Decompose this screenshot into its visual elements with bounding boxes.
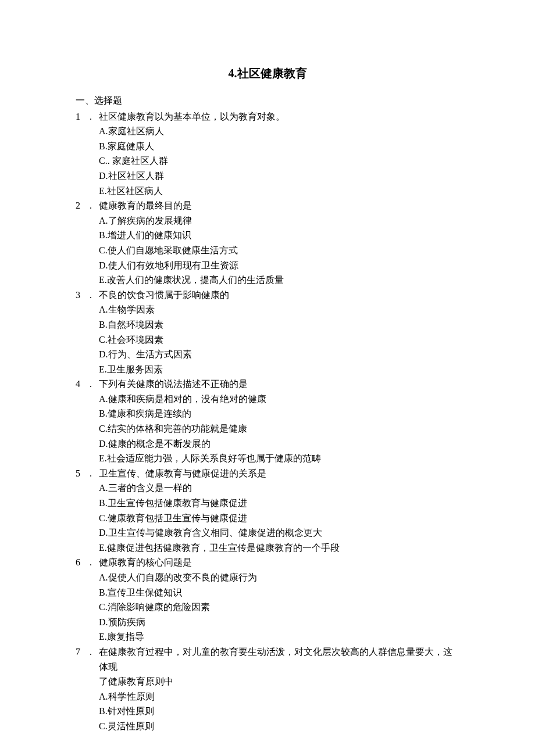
- option: A.促使人们自愿的改变不良的健康行为: [99, 570, 459, 585]
- options-list: A.科学性原则B.针对性原则C.灵活性原则: [76, 689, 459, 734]
- question-dot: .: [90, 555, 99, 570]
- question-stem: 5.卫生宣传、健康教育与健康促进的关系是: [76, 466, 459, 481]
- question: 6. 健康教育的核心问题是A.促使人们自愿的改变不良的健康行为B.宣传卫生保健知…: [76, 555, 459, 644]
- option: D.预防疾病: [99, 615, 459, 630]
- question-dot: .: [90, 109, 99, 124]
- question-stem: 1.社区健康教育以为基本单位，以为教育对象。: [76, 109, 459, 124]
- question: 7.在健康教育过程中，对儿童的教育要生动活泼，对文化层次较高的人群信息量要大，这…: [76, 644, 459, 734]
- option: C.结实的体格和完善的功能就是健康: [99, 421, 459, 436]
- option: E.卫生服务因素: [99, 362, 459, 377]
- question: 3.不良的饮食习惯属于影响健康的A.生物学因素B.自然环境因素C.社会环境因素D…: [76, 288, 459, 377]
- question-number: 2: [76, 198, 90, 213]
- question-number: 5: [76, 466, 90, 481]
- option: B.健康和疾病是连续的: [99, 406, 459, 421]
- option: C.消除影响健康的危险因素: [99, 600, 459, 615]
- option: A.科学性原则: [99, 689, 459, 704]
- option: D.健康的概念是不断发展的: [99, 436, 459, 452]
- option: E.社区社区病人: [99, 184, 459, 199]
- question-number: 6: [76, 555, 90, 570]
- document-page: 4.社区健康教育 一、选择题 1.社区健康教育以为基本单位，以为教育对象。A.家…: [0, 0, 535, 756]
- question-dot: .: [90, 288, 99, 303]
- question-stem: 6. 健康教育的核心问题是: [76, 555, 459, 570]
- question-text: 健康教育的最终目的是: [99, 198, 459, 213]
- options-list: A.了解疾病的发展规律B.增进人们的健康知识C.使人们自愿地采取健康生活方式D.…: [76, 213, 459, 288]
- question-dot: .: [90, 644, 99, 660]
- option: B.针对性原则: [99, 704, 459, 719]
- question-text: 卫生宣传、健康教育与健康促进的关系是: [99, 466, 459, 481]
- question-continuation: 了健康教育原则中: [76, 674, 459, 689]
- question-stem: 3.不良的饮食习惯属于影响健康的: [76, 288, 459, 303]
- option: A.三者的含义是一样的: [99, 481, 459, 496]
- option: B.自然环境因素: [99, 317, 459, 332]
- question-stem: 7.在健康教育过程中，对儿童的教育要生动活泼，对文化层次较高的人群信息量要大，这…: [76, 644, 459, 674]
- question-text: 在健康教育过程中，对儿童的教育要生动活泼，对文化层次较高的人群信息量要大，这体现: [99, 644, 459, 674]
- question: 2. 健康教育的最终目的是A.了解疾病的发展规律B.增进人们的健康知识C.使人们…: [76, 198, 459, 288]
- question-text: 下列有关健康的说法描述不正确的是: [99, 377, 459, 392]
- question-dot: .: [90, 466, 99, 481]
- question: 1.社区健康教育以为基本单位，以为教育对象。A.家庭社区病人B.家庭健康人C..…: [76, 109, 459, 199]
- question-number: 7: [76, 644, 90, 660]
- section-header: 一、选择题: [76, 93, 459, 108]
- option: D.社区社区人群: [99, 169, 459, 184]
- option: D.使人们有效地利用现有卫生资源: [99, 258, 459, 273]
- question-text: 不良的饮食习惯属于影响健康的: [99, 288, 459, 303]
- option: E.社会适应能力强，人际关系良好等也属于健康的范畴: [99, 451, 459, 466]
- option: E.改善人们的健康状况，提高人们的生活质量: [99, 273, 459, 288]
- option: A.家庭社区病人: [99, 124, 459, 139]
- question: 4.下列有关健康的说法描述不正确的是A.健康和疾病是相对的，没有绝对的健康B.健…: [76, 377, 459, 466]
- option: D.卫生宣传与健康教育含义相同、健康促进的概念更大: [99, 525, 459, 540]
- options-list: A.生物学因素B.自然环境因素C.社会环境因素D.行为、生活方式因素E.卫生服务…: [76, 302, 459, 377]
- document-title: 4.社区健康教育: [76, 64, 459, 83]
- question-stem: 4.下列有关健康的说法描述不正确的是: [76, 377, 459, 392]
- option: B.家庭健康人: [99, 139, 459, 154]
- option: E.健康促进包括健康教育，卫生宣传是健康教育的一个手段: [99, 540, 459, 556]
- options-list: A.三者的含义是一样的B.卫生宣传包括健康教育与健康促进C.健康教育包括卫生宣传…: [76, 481, 459, 555]
- question-dot: .: [90, 198, 99, 213]
- option: A.了解疾病的发展规律: [99, 213, 459, 228]
- question-dot: .: [90, 377, 99, 392]
- option: D.行为、生活方式因素: [99, 347, 459, 362]
- option: B.宣传卫生保健知识: [99, 585, 459, 600]
- option: C.灵活性原则: [99, 719, 459, 734]
- option: A.健康和疾病是相对的，没有绝对的健康: [99, 392, 459, 407]
- question-number: 3: [76, 288, 90, 303]
- option: B.卫生宣传包括健康教育与健康促进: [99, 496, 459, 511]
- question-text: 社区健康教育以为基本单位，以为教育对象。: [99, 109, 459, 124]
- option: C.. 家庭社区人群: [99, 153, 459, 169]
- option: B.增进人们的健康知识: [99, 228, 459, 243]
- question-number: 4: [76, 377, 90, 392]
- question: 5.卫生宣传、健康教育与健康促进的关系是A.三者的含义是一样的B.卫生宣传包括健…: [76, 466, 459, 556]
- question-number: 1: [76, 109, 90, 124]
- options-list: A.健康和疾病是相对的，没有绝对的健康B.健康和疾病是连续的C.结实的体格和完善…: [76, 392, 459, 466]
- option: A.生物学因素: [99, 302, 459, 317]
- option: C.健康教育包括卫生宣传与健康促进: [99, 511, 459, 526]
- options-list: A.促使人们自愿的改变不良的健康行为B.宣传卫生保健知识C.消除影响健康的危险因…: [76, 570, 459, 644]
- questions-container: 1.社区健康教育以为基本单位，以为教育对象。A.家庭社区病人B.家庭健康人C..…: [76, 109, 459, 734]
- option: C.使人们自愿地采取健康生活方式: [99, 243, 459, 258]
- option: C.社会环境因素: [99, 332, 459, 347]
- option: E.康复指导: [99, 629, 459, 644]
- question-text: 健康教育的核心问题是: [99, 555, 459, 570]
- options-list: A.家庭社区病人B.家庭健康人C.. 家庭社区人群D.社区社区人群E.社区社区病…: [76, 124, 459, 198]
- question-stem: 2. 健康教育的最终目的是: [76, 198, 459, 213]
